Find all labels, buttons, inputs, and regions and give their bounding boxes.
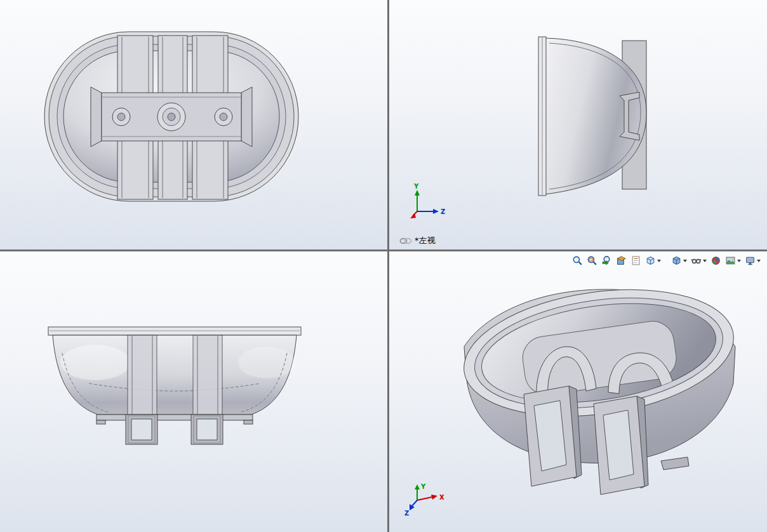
view-settings-icon	[745, 255, 756, 266]
view-orientation-icon	[645, 255, 656, 266]
viewport-front-view[interactable]	[0, 251, 387, 532]
heads-up-view-toolbar	[571, 255, 762, 267]
front-view-drawing	[0, 251, 387, 532]
apply-scene-button[interactable]	[724, 255, 742, 267]
axis-y-label: Y	[420, 483, 426, 490]
axis-x-label: X	[439, 494, 444, 501]
hide-show-items-button[interactable]	[690, 255, 708, 267]
top-view-drawing	[0, 0, 387, 249]
horizontal-viewport-splitter[interactable]	[0, 249, 767, 251]
edit-appearance-icon	[710, 255, 721, 266]
view-settings-button[interactable]	[744, 255, 762, 267]
orientation-triad: Y Z	[410, 183, 445, 218]
dynamic-annotation-views-icon	[630, 255, 641, 266]
left-view-drawing: Y Z	[389, 0, 767, 249]
view-name-label: *左视	[399, 235, 436, 246]
zoom-to-fit-button[interactable]	[571, 255, 584, 267]
chevron-down-icon[interactable]	[703, 260, 707, 262]
section-view-button[interactable]	[615, 255, 628, 267]
dynamic-annotation-views-button[interactable]	[629, 255, 643, 267]
vertical-viewport-splitter[interactable]	[387, 0, 389, 532]
hide-show-items-icon	[691, 255, 702, 266]
view-orientation-button[interactable]	[644, 255, 662, 267]
axis-y-label: Y	[413, 183, 419, 190]
chevron-down-icon[interactable]	[657, 260, 661, 262]
chevron-down-icon[interactable]	[757, 260, 761, 262]
chevron-down-icon[interactable]	[683, 260, 687, 262]
previous-view-button[interactable]	[600, 255, 613, 267]
view-name-text: *左视	[415, 235, 436, 246]
previous-view-icon	[601, 255, 612, 266]
zoom-to-area-button[interactable]	[585, 255, 599, 267]
display-style-button[interactable]	[670, 255, 688, 267]
viewport-left-view[interactable]: Y Z *左视	[389, 0, 767, 249]
display-style-icon	[671, 255, 682, 266]
edit-appearance-button[interactable]	[709, 255, 723, 267]
zoom-to-fit-icon	[572, 255, 583, 266]
axis-z-label: Z	[404, 510, 409, 517]
chevron-down-icon[interactable]	[737, 260, 741, 262]
zoom-to-area-icon	[587, 255, 597, 266]
viewport-top-view[interactable]	[0, 0, 387, 249]
section-view-icon	[616, 255, 627, 266]
axis-z-label: Z	[441, 208, 445, 215]
isometric-view-drawing: Y X Z	[389, 251, 767, 532]
linked-views-icon	[399, 237, 412, 244]
viewport-isometric-view[interactable]: Y X Z	[389, 251, 767, 532]
apply-scene-icon	[725, 255, 736, 266]
orientation-triad: Y X Z	[404, 483, 444, 517]
